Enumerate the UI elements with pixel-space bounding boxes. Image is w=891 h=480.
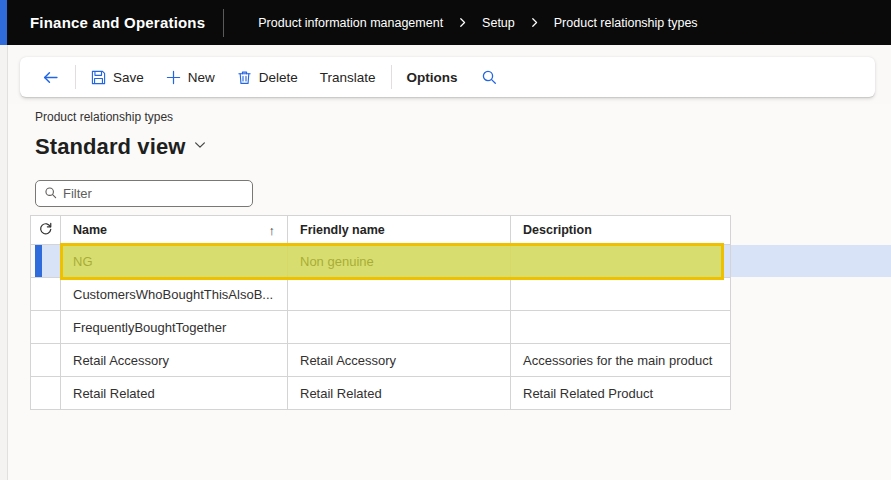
add-plus-icon bbox=[166, 70, 181, 85]
cell-name[interactable]: NG bbox=[61, 245, 288, 277]
cell-name[interactable]: CustomersWhoBoughtThisAlsoB... bbox=[61, 278, 288, 310]
chevron-right-icon bbox=[457, 17, 468, 28]
grid-header-row: Name ↑ Friendly name Description bbox=[31, 216, 731, 245]
options-label: Options bbox=[407, 70, 458, 85]
delete-button[interactable]: Delete bbox=[226, 57, 309, 97]
row-selector-cell[interactable] bbox=[31, 311, 61, 343]
app-window: Finance and Operations Product informati… bbox=[0, 0, 891, 480]
column-header-description[interactable]: Description bbox=[511, 216, 731, 244]
grid-body: NG Non genuine CustomersWhoBoughtThisAls… bbox=[31, 245, 731, 410]
breadcrumb: Product information management Setup Pro… bbox=[258, 16, 697, 30]
row-selector-cell[interactable] bbox=[31, 278, 61, 310]
appbar-divider bbox=[223, 9, 224, 37]
row-selection-bar bbox=[35, 245, 42, 277]
column-header-name-label: Name bbox=[73, 223, 107, 237]
options-menu-button[interactable]: Options bbox=[396, 57, 469, 97]
view-title: Standard view bbox=[35, 134, 185, 160]
cell-name[interactable]: Retail Accessory bbox=[61, 344, 288, 376]
row-selector-cell[interactable] bbox=[31, 344, 61, 376]
refresh-header-cell[interactable] bbox=[31, 216, 61, 244]
chevron-down-icon bbox=[193, 138, 207, 156]
cell-description[interactable] bbox=[511, 245, 731, 277]
new-button[interactable]: New bbox=[155, 57, 226, 97]
breadcrumb-module[interactable]: Product information management bbox=[258, 16, 443, 30]
cell-friendly-name[interactable]: Retail Related bbox=[288, 377, 511, 409]
refresh-icon bbox=[38, 221, 53, 239]
translate-label: Translate bbox=[320, 70, 376, 85]
product-relationship-grid: Name ↑ Friendly name Description NG Non … bbox=[30, 215, 891, 410]
chevron-right-icon bbox=[529, 17, 540, 28]
grid-row[interactable]: FrequentlyBoughtTogether bbox=[31, 311, 731, 344]
cell-description[interactable]: Retail Related Product bbox=[511, 377, 731, 409]
cell-friendly-name[interactable]: Non genuine bbox=[288, 245, 511, 277]
filter-input[interactable] bbox=[63, 186, 244, 201]
cell-description[interactable] bbox=[511, 311, 731, 343]
cell-friendly-name[interactable] bbox=[288, 278, 511, 310]
app-title[interactable]: Finance and Operations bbox=[0, 14, 205, 31]
column-header-friendly-name[interactable]: Friendly name bbox=[288, 216, 511, 244]
sort-ascending-icon: ↑ bbox=[269, 223, 276, 238]
page-caption: Product relationship types bbox=[35, 110, 173, 124]
command-bar: Save New Delete Translate Options bbox=[20, 57, 875, 97]
cell-description[interactable] bbox=[511, 278, 731, 310]
row-selector-cell[interactable] bbox=[31, 377, 61, 409]
back-arrow-icon bbox=[42, 69, 59, 86]
grid-row[interactable]: Retail Related Retail Related Retail Rel… bbox=[31, 377, 731, 410]
collapsed-nav-rail[interactable] bbox=[0, 45, 8, 480]
grid-row[interactable]: NG Non genuine bbox=[31, 245, 731, 278]
cell-friendly-name[interactable] bbox=[288, 311, 511, 343]
grid-row[interactable]: Retail Accessory Retail Accessory Access… bbox=[31, 344, 731, 377]
toolbar-divider bbox=[75, 65, 76, 89]
filter-search-icon bbox=[44, 185, 57, 203]
column-header-friendly-label: Friendly name bbox=[300, 223, 385, 237]
cell-description[interactable]: Accessories for the main product bbox=[511, 344, 731, 376]
save-floppy-icon bbox=[91, 70, 106, 85]
delete-trash-icon bbox=[237, 70, 252, 85]
column-header-description-label: Description bbox=[523, 223, 592, 237]
row-selector-cell[interactable] bbox=[31, 245, 61, 277]
command-search-button[interactable] bbox=[469, 57, 509, 97]
new-label: New bbox=[188, 70, 215, 85]
column-header-name[interactable]: Name ↑ bbox=[61, 216, 288, 244]
search-icon bbox=[481, 69, 497, 85]
top-app-bar: Finance and Operations Product informati… bbox=[0, 0, 891, 45]
grid-table: Name ↑ Friendly name Description NG Non … bbox=[30, 215, 731, 410]
translate-button[interactable]: Translate bbox=[309, 57, 387, 97]
save-button[interactable]: Save bbox=[80, 57, 155, 97]
save-label: Save bbox=[113, 70, 144, 85]
delete-label: Delete bbox=[259, 70, 298, 85]
breadcrumb-setup[interactable]: Setup bbox=[482, 16, 515, 30]
breadcrumb-page[interactable]: Product relationship types bbox=[554, 16, 698, 30]
cell-name[interactable]: FrequentlyBoughtTogether bbox=[61, 311, 288, 343]
cell-friendly-name[interactable]: Retail Accessory bbox=[288, 344, 511, 376]
toolbar-divider bbox=[391, 65, 392, 89]
view-switcher[interactable]: Standard view bbox=[35, 134, 207, 160]
cell-name[interactable]: Retail Related bbox=[61, 377, 288, 409]
nav-accent-strip bbox=[0, 0, 7, 45]
filter-box bbox=[35, 180, 253, 207]
grid-row[interactable]: CustomersWhoBoughtThisAlsoB... bbox=[31, 278, 731, 311]
back-button[interactable] bbox=[30, 57, 71, 97]
